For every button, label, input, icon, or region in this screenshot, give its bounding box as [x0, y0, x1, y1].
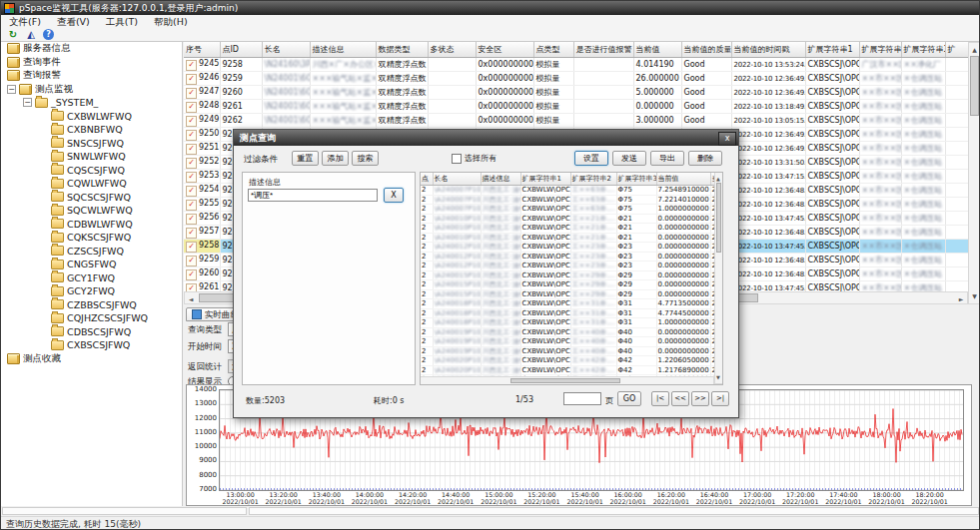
dialog-column-header-0[interactable]: 点: [421, 173, 433, 186]
table-row[interactable]: ✓92479260\N24001\6ORTHO...×××输气站×监×达压...…: [184, 86, 968, 100]
column-header-12[interactable]: 扩展字符串1: [805, 42, 859, 58]
tree-item-CXBNBFWQ[interactable]: CXBNBFWQ: [1, 123, 182, 137]
column-header-8[interactable]: 是否进行值报警: [573, 42, 633, 58]
nav-button-last[interactable]: >|: [711, 391, 729, 406]
help-icon[interactable]: ?: [43, 29, 54, 40]
dialog-table-row[interactable]: 2\A240019P10...川西北工·油作...CXBWLW\OPC工××40…: [421, 327, 722, 337]
dialog-column-header-3[interactable]: 扩展字符串1: [520, 173, 570, 186]
clear-filter-button[interactable]: X: [384, 188, 404, 203]
tree-item-查询报警[interactable]: 查询报警: [1, 69, 182, 83]
tree-item-_SYSTEM_[interactable]: −_SYSTEM_: [1, 96, 182, 110]
search-button[interactable]: 搜索: [352, 151, 379, 166]
close-icon[interactable]: x: [718, 132, 736, 146]
nav-button-next[interactable]: >>: [691, 391, 709, 406]
column-header-1[interactable]: 点ID: [220, 42, 262, 58]
table-row[interactable]: ✓92469259\N24001\6ORTHO...×××输气站×监×达压...…: [184, 72, 968, 86]
column-header-3[interactable]: 描述信息: [310, 42, 376, 58]
tree-item-SNWLWFWQ[interactable]: SNWLWFWQ: [1, 150, 182, 164]
settings-button[interactable]: 设置: [574, 151, 608, 166]
dialog-table-row[interactable]: 2\A240010P10...川西北工·油作...CXBWLW\OPC工××21…: [421, 233, 722, 243]
select-all-checkbox[interactable]: 选择所有: [452, 153, 496, 164]
menu-item-3[interactable]: 帮助(H): [146, 15, 196, 28]
dialog-table-row[interactable]: 2\A240007P10...川西北工·油作...CXBWLW\OPC工××63…: [421, 205, 722, 215]
expander-icon[interactable]: −: [7, 85, 16, 94]
dialog-table-row[interactable]: 2\A240015P10...川西北工·油作...CXBWLW\OPC工××29…: [421, 289, 722, 299]
desc-filter-input[interactable]: [248, 189, 378, 202]
dialog-column-header-5[interactable]: 扩展字符串3: [616, 173, 656, 186]
column-header-10[interactable]: 当前值的质量戳: [681, 42, 731, 58]
tree-item-CDBSCSJFWQ[interactable]: CDBSCSJFWQ: [1, 325, 182, 339]
tree-item-CXBWLWFWQ[interactable]: CXBWLWFWQ: [1, 110, 182, 124]
tree-item-CNGSFWQ[interactable]: CNGSFWQ: [1, 258, 182, 271]
dialog-column-header-6[interactable]: 当前值: [656, 173, 710, 186]
tree-item-测点监视[interactable]: −测点监视: [1, 83, 182, 97]
send-button[interactable]: 发送: [612, 151, 646, 166]
tree-item-SNSCSJFWQ[interactable]: SNSCSJFWQ: [1, 137, 182, 151]
tree-item-CQKSCSJFWQ[interactable]: CQKSCSJFWQ: [1, 231, 182, 245]
tree-item-测点收藏[interactable]: 测点收藏: [1, 352, 182, 366]
dialog-table-row[interactable]: 2\A240012P10...川西北工·油作...CXBWLW\OPC工××23…: [421, 252, 722, 262]
dialog-table-row[interactable]: 2\A240020P10...川西北工·油作...CXBWLW\OPC工××42…: [421, 365, 722, 375]
tree-item-CZSCSJFWQ[interactable]: CZSCSJFWQ: [1, 245, 182, 259]
dialog-table-row[interactable]: 2\A240015P10...川西北工·油作...CXBWLW\OPC工××29…: [421, 270, 722, 280]
main-vscrollbar[interactable]: ▲ ▼: [968, 42, 980, 304]
column-header-7[interactable]: 点类型: [533, 42, 573, 58]
add-button[interactable]: 添加: [322, 151, 349, 166]
dialog-hscrollbar[interactable]: [421, 376, 714, 384]
column-header-11[interactable]: 当前值的时间戳: [731, 42, 805, 58]
table-row[interactable]: ✓92499262\N24001\6ORTHO...×××输气站×监×达压...…: [184, 114, 968, 128]
column-header-6[interactable]: 安全区: [476, 42, 533, 58]
tree-item-CZBBSCSJFWQ[interactable]: CZBBSCSJFWQ: [1, 298, 182, 312]
tree-item-CXBSCSJFWQ[interactable]: CXBSCSJFWQ: [1, 338, 182, 352]
nav-button-prev[interactable]: <<: [671, 391, 689, 406]
dialog-vscrollbar[interactable]: ▲ ▼: [714, 173, 722, 384]
reset-button[interactable]: 重置: [292, 151, 319, 166]
dialog-table-row[interactable]: 2\A240015P10...川西北工·油作...CXBWLW\OPC工××29…: [421, 280, 722, 290]
expander-icon[interactable]: −: [23, 98, 32, 107]
tree-item-CQSCSJFWQ[interactable]: CQSCSJFWQ: [1, 164, 182, 178]
dialog-table-row[interactable]: 2\A240019P10...川西北工·油作...CXBWLW\OPC工××40…: [421, 346, 722, 356]
column-header-9[interactable]: 当前值: [633, 42, 681, 58]
menu-item-2[interactable]: 工具(T): [98, 15, 146, 28]
column-header-15[interactable]: 扩: [945, 42, 968, 58]
refresh-icon[interactable]: ↻: [7, 29, 19, 40]
dialog-table-row[interactable]: 2\A240018P10...川西北工·油作...CXBWLW\OPC工××31…: [421, 299, 722, 309]
dialog-table-row[interactable]: 2\A240007P10...川西北工·油作...CXBWLW\OPC工××63…: [421, 195, 722, 205]
nav-button-first[interactable]: |<: [651, 391, 669, 406]
dialog-table-row[interactable]: 2\A240010P10...川西北工·油作...CXBWLW\OPC工××21…: [421, 224, 722, 234]
dialog-table-row[interactable]: 2\A240007P10...川西北工·油作...CXBWLW\OPC工××63…: [421, 186, 722, 196]
dialog-column-header-2[interactable]: 描述信息: [481, 173, 520, 186]
monitor-icon[interactable]: ◭: [25, 29, 37, 40]
tree-item-GCY2FWQ[interactable]: GCY2FWQ: [1, 284, 182, 298]
tree-item-服务器信息[interactable]: 服务器信息: [1, 42, 182, 56]
dialog-column-header-1[interactable]: 长名: [433, 173, 481, 186]
tree-item-GCY1FWQ[interactable]: GCY1FWQ: [1, 271, 182, 285]
dialog-table-row[interactable]: 2\A240010P10...川西北工·油作...CXBWLW\OPC工××21…: [421, 214, 722, 224]
dialog-table-row[interactable]: 2\A240018P10...川西北工·油作...CXBWLW\OPC工××31…: [421, 318, 722, 328]
dialog-table-row[interactable]: 2\A240012P10...川西北工·油作...CXBWLW\OPC工××23…: [421, 243, 722, 253]
dialog-table-row[interactable]: 2\A240018P10...川西北工·油作...CXBWLW\OPC工××31…: [421, 308, 722, 318]
dialog-table-row[interactable]: 2\A240020P10...川西北工·油作...CXBWLW\OPC工××42…: [421, 356, 722, 366]
column-header-0[interactable]: 序号: [184, 42, 220, 58]
tree-item-SQCSCSJFWQ[interactable]: SQCSCSJFWQ: [1, 191, 182, 205]
dialog-table-row[interactable]: 2\A240022P10...川西北工·油作...CXBWLW\OPC工××46…: [421, 384, 722, 385]
column-header-14[interactable]: 扩展字符串3: [901, 42, 945, 58]
column-header-2[interactable]: 长名: [262, 42, 310, 58]
go-button[interactable]: GO: [617, 391, 641, 406]
export-button[interactable]: 导出: [650, 151, 684, 166]
tree-item-CDBWLWFWQ[interactable]: CDBWLWFWQ: [1, 218, 182, 232]
table-row[interactable]: ✓92489261\N24001\6ORTHO...×××输气站×监×达压...…: [184, 100, 968, 114]
tree-item-CQWLWFWQ[interactable]: CQWLWFWQ: [1, 177, 182, 191]
delete-button[interactable]: 删除: [688, 151, 722, 166]
column-header-13[interactable]: 扩展字符串2: [859, 42, 901, 58]
table-row[interactable]: ✓92459258\N24160\3P10000...川西×广×办公区×站净..…: [184, 58, 968, 72]
dialog-table-row[interactable]: 2\A240012P10...川西北工·油作...CXBWLW\OPC工××23…: [421, 262, 722, 271]
column-header-5[interactable]: 多状态: [428, 42, 476, 58]
tree-item-CQJHZCSCSJFWQ[interactable]: CQJHZCSCSJFWQ: [1, 311, 182, 325]
menu-item-0[interactable]: 文件(F): [1, 15, 49, 28]
column-header-4[interactable]: 数据类型: [376, 42, 428, 58]
dialog-column-header-4[interactable]: 扩展字符串2: [570, 173, 616, 186]
page-number-input[interactable]: [563, 392, 601, 405]
tree-item-SQCWLWFWQ[interactable]: SQCWLWFWQ: [1, 204, 182, 218]
menu-item-1[interactable]: 查看(V): [49, 15, 98, 28]
